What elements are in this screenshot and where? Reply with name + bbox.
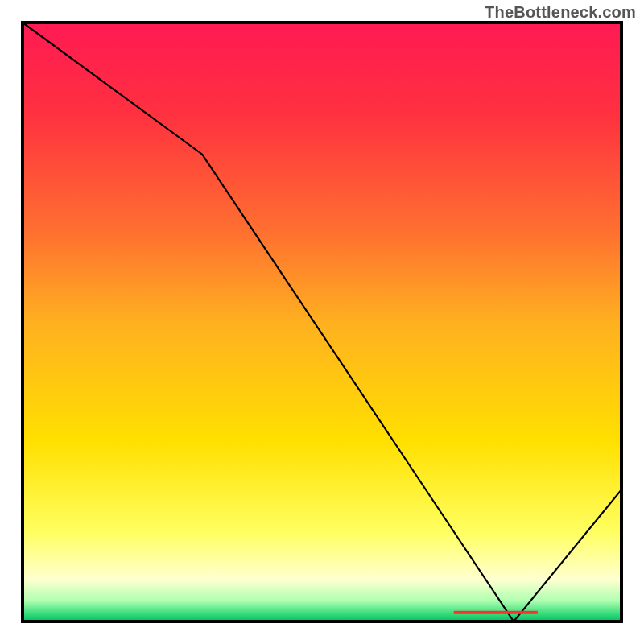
optimal-marker <box>454 611 538 614</box>
chart-root: TheBottleneck.com <box>0 0 644 644</box>
plot-background <box>23 23 621 621</box>
bottleneck-chart <box>0 0 644 644</box>
